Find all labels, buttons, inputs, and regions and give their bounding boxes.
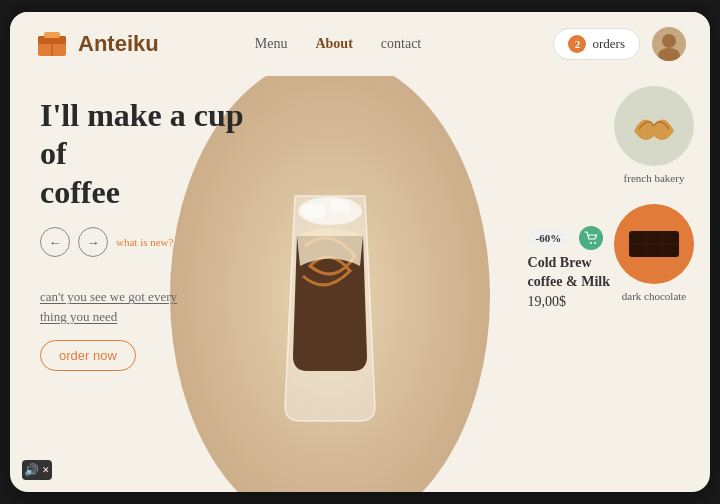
hero-title-line1: I'll make a cup of — [40, 97, 244, 171]
svg-point-10 — [594, 242, 596, 244]
hero-title-line2: coffee — [40, 174, 120, 210]
order-now-button[interactable]: order now — [40, 340, 136, 371]
add-to-cart-button[interactable] — [579, 226, 603, 250]
food-item-bakery[interactable]: french bakery — [614, 86, 694, 184]
svg-point-4 — [662, 34, 676, 48]
bakery-label: french bakery — [624, 172, 685, 184]
product-price: 19,00$ — [528, 294, 610, 310]
food-item-chocolate[interactable]: dark chocolate — [614, 204, 694, 302]
logo-text: Anteiku — [78, 31, 159, 57]
logo-icon — [34, 26, 70, 62]
chocolate-circle — [614, 204, 694, 284]
device-frame: Anteiku Menu About contact 2 orders I — [10, 12, 710, 492]
chocolate-icon — [624, 219, 684, 269]
product-name: Cold Brew coffee & Milk — [528, 253, 610, 292]
product-info: -60% Cold Brew coffee & Milk 19,00$ — [528, 226, 610, 310]
arrow-right-btn[interactable]: → — [78, 227, 108, 257]
product-name-line1: Cold Brew — [528, 253, 610, 273]
nav-about[interactable]: About — [315, 36, 352, 52]
orders-label: orders — [592, 36, 625, 52]
svg-rect-8 — [329, 199, 351, 215]
cart-icon — [584, 231, 598, 245]
navbar: Anteiku Menu About contact 2 orders — [10, 12, 710, 76]
arrow-left-btn[interactable]: ← — [40, 227, 70, 257]
what-is-new-link[interactable]: what is new? — [116, 236, 173, 248]
discount-badge: -60% — [528, 229, 570, 247]
croissant-icon — [624, 101, 684, 151]
orders-count: 2 — [568, 35, 586, 53]
tagline-line2: thing you need — [40, 309, 117, 324]
nav-right: 2 orders — [553, 27, 686, 61]
svg-rect-7 — [302, 203, 325, 219]
orders-badge[interactable]: 2 orders — [553, 28, 640, 60]
user-avatar[interactable] — [652, 27, 686, 61]
svg-point-5 — [658, 48, 680, 61]
tagline-line1: can't you see we got every — [40, 289, 177, 304]
svg-rect-3 — [44, 32, 60, 38]
nav-contact[interactable]: contact — [381, 36, 421, 52]
product-name-line2: coffee & Milk — [528, 272, 610, 292]
svg-point-9 — [590, 242, 592, 244]
arrow-left-icon: ← — [49, 235, 62, 250]
hero-tagline: can't you see we got every thing you nee… — [40, 287, 260, 326]
bakery-circle — [614, 86, 694, 166]
arrow-right-icon: → — [87, 235, 100, 250]
product-discount-row: -60% — [528, 226, 610, 253]
chocolate-label: dark chocolate — [622, 290, 686, 302]
nav-links: Menu About contact — [255, 36, 421, 52]
nav-arrows: ← → what is new? — [40, 227, 260, 257]
nav-menu[interactable]: Menu — [255, 36, 288, 52]
left-section: I'll make a cup of coffee ← → what is ne… — [10, 76, 290, 492]
right-items: french bakery dark chocolate — [614, 86, 694, 302]
hero-title: I'll make a cup of coffee — [40, 96, 260, 211]
main-content: I'll make a cup of coffee ← → what is ne… — [10, 76, 710, 492]
logo-area: Anteiku — [34, 26, 159, 62]
